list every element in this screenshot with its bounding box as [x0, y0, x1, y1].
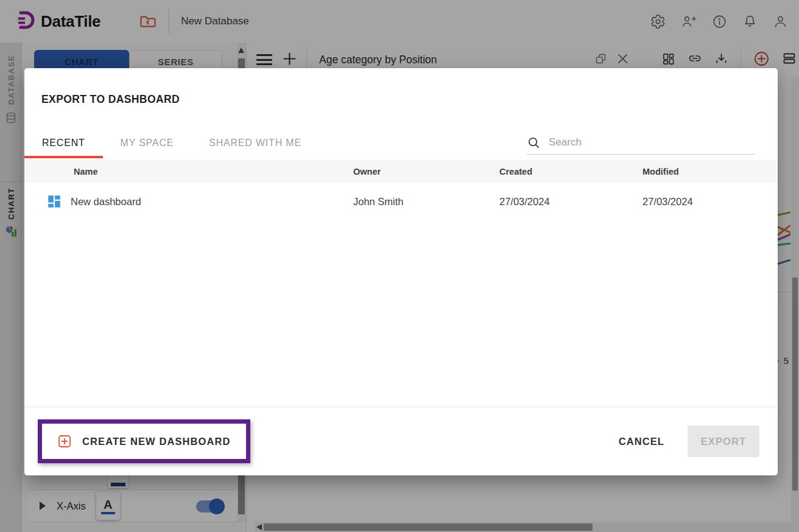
- dashboard-table-header: Name Owner Created Modified: [24, 160, 778, 183]
- create-new-dashboard-button[interactable]: CREATE NEW DASHBOARD: [42, 424, 246, 459]
- column-owner: Owner: [350, 167, 496, 177]
- dialog-footer: CREATE NEW DASHBOARD CANCEL EXPORT: [24, 407, 778, 475]
- dashboard-modified: 27/03/2024: [639, 196, 778, 208]
- search-input[interactable]: [549, 136, 755, 149]
- dashboard-name: New dashboard: [71, 196, 141, 208]
- app-window: DataTile New Database: [0, 0, 799, 532]
- export-button[interactable]: EXPORT: [688, 425, 759, 457]
- column-name: Name: [24, 167, 350, 177]
- dialog-title: EXPORT TO DASHBOARD: [41, 93, 180, 106]
- tab-my-space[interactable]: MY SPACE: [103, 129, 192, 158]
- export-to-dashboard-dialog: EXPORT TO DASHBOARD RECENT MY SPACE SHAR…: [24, 68, 778, 475]
- column-modified: Modified: [639, 167, 778, 177]
- annotation-highlight-box: CREATE NEW DASHBOARD: [38, 419, 250, 463]
- dashboard-owner: John Smith: [350, 196, 496, 208]
- add-square-icon: [57, 434, 72, 449]
- dialog-tabs: RECENT MY SPACE SHARED WITH ME: [24, 129, 319, 158]
- dashboard-tile-icon: [46, 194, 62, 209]
- dashboard-created: 27/03/2024: [496, 196, 639, 208]
- tab-shared-with-me[interactable]: SHARED WITH ME: [191, 129, 319, 158]
- search-icon: [527, 136, 541, 150]
- dashboard-search: [527, 131, 755, 155]
- cancel-button[interactable]: CANCEL: [619, 436, 664, 447]
- column-created: Created: [496, 167, 639, 177]
- tab-recent[interactable]: RECENT: [24, 129, 103, 158]
- table-row[interactable]: New dashboard John Smith 27/03/2024 27/0…: [24, 183, 778, 220]
